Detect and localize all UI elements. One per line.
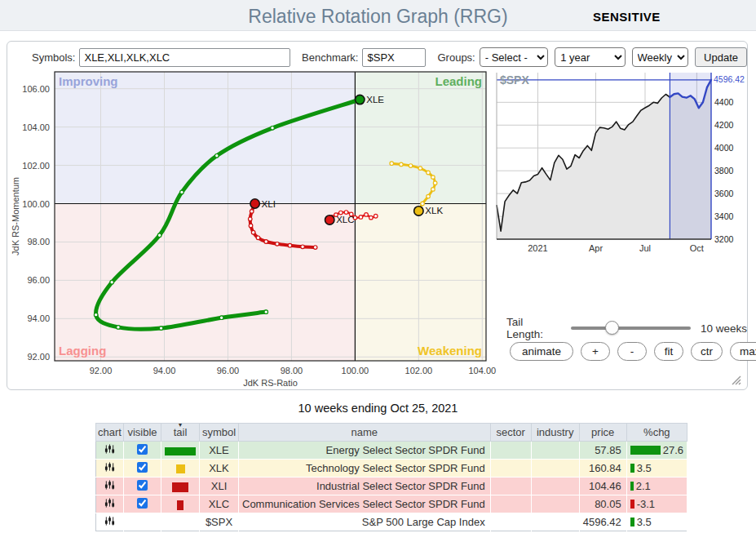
svg-text:106.00: 106.00 <box>22 84 50 94</box>
svg-text:Oct: Oct <box>690 243 704 253</box>
quadrant-improving <box>55 72 355 204</box>
head-XLC[interactable] <box>325 215 334 224</box>
industry-cell <box>531 460 579 478</box>
symbols-table: chartvisibletail▾symbolnamesectorindustr… <box>95 423 687 531</box>
svg-text:92.00: 92.00 <box>27 352 50 362</box>
price-cell: 4596.42 <box>579 513 626 531</box>
industry-cell <box>531 442 579 460</box>
column-header-tail[interactable]: tail▾ <box>161 424 200 442</box>
svg-text:96.00: 96.00 <box>27 275 50 285</box>
visible-checkbox[interactable] <box>137 498 148 509</box>
head-XLK[interactable] <box>414 207 423 215</box>
name-cell: Technology Select Sector SPDR Fund <box>239 460 491 478</box>
chart-icon <box>104 515 115 526</box>
svg-text:94.00: 94.00 <box>153 366 176 375</box>
head-XLE[interactable] <box>356 95 365 104</box>
svg-text:100.00: 100.00 <box>342 366 369 375</box>
svg-text:100.00: 100.00 <box>22 199 50 209</box>
svg-text:98.00: 98.00 <box>27 237 50 247</box>
tail-swatch[interactable] <box>176 464 185 473</box>
tail-length-value: 10 weeks <box>701 322 747 335</box>
quadrant-label-leading: Leading <box>435 74 482 88</box>
table-row-XLI: XLIIndustrial Select Sector SPDR Fund104… <box>96 478 687 495</box>
pct-chg-cell: 27.6 <box>626 442 687 460</box>
fit-button[interactable]: fit <box>654 342 683 361</box>
max-button[interactable]: max <box>730 342 756 361</box>
svg-text:104.00: 104.00 <box>22 122 50 132</box>
column-header-industry[interactable]: industry <box>531 424 579 442</box>
svg-text:96.00: 96.00 <box>217 366 240 375</box>
update-button[interactable]: Update <box>695 47 747 67</box>
svg-text:2021: 2021 <box>528 243 547 253</box>
industry-cell <box>531 478 579 495</box>
open-chart-button[interactable] <box>104 515 115 526</box>
sort-indicator-icon: ▾ <box>179 421 182 429</box>
column-header-price[interactable]: price <box>579 424 626 442</box>
open-chart-button[interactable] <box>104 497 115 509</box>
animate-button[interactable]: animate <box>510 342 573 361</box>
groups-label: Groups: <box>437 51 475 64</box>
svg-text:4400: 4400 <box>714 97 734 107</box>
open-chart-button[interactable] <box>104 479 115 491</box>
open-chart-button[interactable] <box>104 461 115 473</box>
header-bar: Relative Rotation Graph (RRG) SENSITIVE <box>0 0 756 31</box>
visible-checkbox[interactable] <box>137 444 148 455</box>
table-header: chartvisibletail▾symbolnamesectorindustr… <box>96 424 687 442</box>
y-axis-label: JdK RS-Momentum <box>11 177 20 255</box>
svg-text:3400: 3400 <box>714 211 734 221</box>
svg-text:98.00: 98.00 <box>281 366 303 375</box>
industry-cell <box>531 513 579 531</box>
svg-text:Apr: Apr <box>589 243 603 253</box>
column-header-chg[interactable]: %chg <box>626 424 687 442</box>
head-label-XLC: XLC <box>336 215 354 224</box>
center-button[interactable]: ctr <box>691 342 723 361</box>
tail-swatch[interactable] <box>165 447 196 455</box>
svg-text:102.00: 102.00 <box>405 366 433 375</box>
period-caption: 10 weeks ending Oct 25, 2021 <box>0 402 756 415</box>
benchmark-mini-chart: 32003400360038004000420044004596.422021A… <box>490 66 748 262</box>
svg-text:104.00: 104.00 <box>468 366 496 375</box>
rrg-chart[interactable]: ImprovingLeadingLaggingWeakening92.0094.… <box>7 64 500 389</box>
svg-text:3600: 3600 <box>714 189 734 198</box>
pct-chg-cell: 3.5 <box>626 513 687 531</box>
slider-handle[interactable] <box>605 321 619 335</box>
symbol-cell: XLK <box>200 460 239 478</box>
interval-select[interactable]: Weekly <box>632 47 689 67</box>
column-header-chart[interactable]: chart <box>96 424 124 442</box>
chart-icon <box>104 497 115 509</box>
industry-cell <box>531 495 579 513</box>
column-header-name[interactable]: name <box>239 424 491 442</box>
pct-chg-cell: -3.1 <box>626 495 687 513</box>
symbol-cell: XLC <box>200 495 239 513</box>
column-header-sector[interactable]: sector <box>490 424 531 442</box>
chart-buttons: animate + - fit ctr max <box>510 342 756 361</box>
price-cell: 104.46 <box>579 478 626 495</box>
tail-length-slider[interactable] <box>571 327 691 330</box>
quadrant-leading <box>355 72 486 204</box>
period-select[interactable]: 1 year <box>555 47 625 67</box>
open-chart-button[interactable] <box>104 443 115 455</box>
sector-cell <box>490 478 531 495</box>
table-row-XLE: XLEEnergy Select Sector SPDR Fund57.8527… <box>96 442 687 460</box>
sector-cell <box>490 513 531 531</box>
price-cell: 57.85 <box>579 442 626 460</box>
sector-cell <box>490 460 531 478</box>
zoom-out-button[interactable]: - <box>617 342 647 361</box>
zoom-in-button[interactable]: + <box>581 342 610 361</box>
resize-handle-icon[interactable] <box>730 374 741 385</box>
column-header-visible[interactable]: visible <box>124 424 161 442</box>
visible-checkbox[interactable] <box>137 462 148 473</box>
name-cell: Industrial Select Sector SPDR Fund <box>239 478 491 495</box>
tail-swatch[interactable] <box>177 500 183 510</box>
sector-cell <box>490 495 531 513</box>
symbols-label: Symbols: <box>32 51 75 64</box>
column-header-symbol[interactable]: symbol <box>200 424 239 442</box>
quadrant-weakening <box>355 204 486 361</box>
visible-checkbox[interactable] <box>137 480 148 491</box>
name-cell: Energy Select Sector SPDR Fund <box>239 442 491 460</box>
head-XLI[interactable] <box>250 199 259 208</box>
pct-chg-cell: 3.5 <box>626 460 687 478</box>
quadrant-label-lagging: Lagging <box>59 344 106 358</box>
tail-swatch[interactable] <box>172 482 188 492</box>
svg-text:102.00: 102.00 <box>22 161 50 171</box>
